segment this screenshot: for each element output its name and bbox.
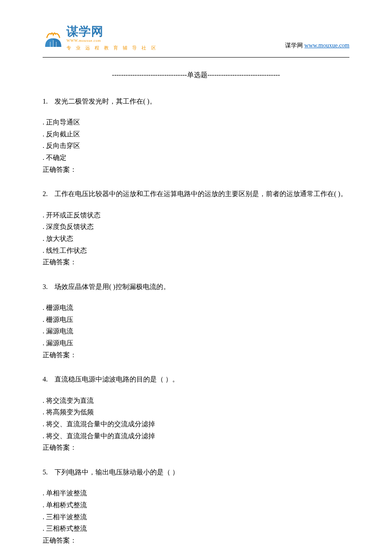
question-option: . 放大状态	[43, 233, 349, 244]
question-option: . 漏源电流	[43, 326, 349, 337]
question-option: . 单相桥式整流	[43, 500, 349, 511]
header-right: 谋学网 www.mouxue.com	[285, 41, 349, 52]
header-link[interactable]: www.mouxue.com	[304, 42, 349, 49]
question-stem: 1. 发光二极管发光时，其工作在( )。	[43, 96, 349, 107]
logo-block: 谋学网 WWW.mouxue.com 专 业 远 程 教 育 辅 导 社 区	[43, 26, 158, 52]
answer-label: 正确答案：	[43, 164, 349, 175]
question-option: . 栅源电压	[43, 314, 349, 325]
question-text: 下列电路中，输出电压脉动最小的是（ ）	[55, 468, 179, 476]
question-text: 发光二极管发光时，其工作在( )。	[55, 98, 156, 105]
question-text: 工作在电压比较器中的运放和工作在运算电路中的运放的主要区别是，前者的运放通常工作…	[55, 190, 347, 197]
question-option: . 单相半波整流	[43, 488, 349, 499]
question-option: . 开环或正反馈状态	[43, 210, 349, 221]
question-option: . 漏源电压	[43, 338, 349, 349]
question-stem: 2. 工作在电压比较器中的运放和工作在运算电路中的运放的主要区别是，前者的运放通…	[43, 188, 349, 199]
question-option: . 三相半波整流	[43, 512, 349, 523]
logo-url-small: WWW.mouxue.com	[66, 38, 158, 43]
question-stem: 4. 直流稳压电源中滤波电路的目的是（ ）。	[43, 374, 349, 385]
question-block: 1. 发光二极管发光时，其工作在( )。 . 正向导通区 . 反向截止区 . 反…	[43, 96, 349, 175]
question-option: . 不确定	[43, 152, 349, 163]
question-number: 3.	[43, 283, 48, 290]
question-block: 5. 下列电路中，输出电压脉动最小的是（ ） . 单相半波整流 . 单相桥式整流…	[43, 467, 349, 546]
question-stem: 5. 下列电路中，输出电压脉动最小的是（ ）	[43, 467, 349, 478]
question-option: . 将高频变为低频	[43, 407, 349, 418]
questions-container: 1. 发光二极管发光时，其工作在( )。 . 正向导通区 . 反向截止区 . 反…	[43, 96, 349, 546]
question-option: . 正向导通区	[43, 117, 349, 128]
question-option: . 反向击穿区	[43, 140, 349, 151]
question-number: 1.	[43, 98, 48, 105]
question-block: 2. 工作在电压比较器中的运放和工作在运算电路中的运放的主要区别是，前者的运放通…	[43, 188, 349, 268]
question-option: . 栅源电流	[43, 302, 349, 313]
question-block: 3. 场效应晶体管是用( )控制漏极电流的。 . 栅源电流 . 栅源电压 . 漏…	[43, 281, 349, 361]
question-number: 4.	[43, 376, 48, 383]
answer-label: 正确答案：	[43, 442, 349, 453]
question-text: 场效应晶体管是用( )控制漏极电流的。	[55, 283, 170, 290]
answer-label: 正确答案：	[43, 257, 349, 268]
question-stem: 3. 场效应晶体管是用( )控制漏极电流的。	[43, 281, 349, 292]
answer-label: 正确答案：	[43, 535, 349, 546]
answer-label: 正确答案：	[43, 350, 349, 361]
question-option: . 线性工作状态	[43, 245, 349, 256]
logo-icon	[43, 30, 64, 48]
header-divider	[43, 57, 349, 58]
question-number: 5.	[43, 468, 48, 476]
question-option: . 深度负反馈状态	[43, 221, 349, 232]
question-option: . 反向截止区	[43, 129, 349, 140]
question-option: . 将交流变为直流	[43, 395, 349, 406]
question-option: . 将交、直流混合量中的交流成分滤掉	[43, 419, 349, 430]
question-number: 2.	[43, 190, 48, 197]
header-right-text: 谋学网	[285, 42, 305, 49]
page-header: 谋学网 WWW.mouxue.com 专 业 远 程 教 育 辅 导 社 区 谋…	[43, 26, 349, 52]
section-header: ---------------------------------单选题----…	[43, 69, 349, 81]
logo-text: 谋学网 WWW.mouxue.com 专 业 远 程 教 育 辅 导 社 区	[66, 26, 158, 52]
question-text: 直流稳压电源中滤波电路的目的是（ ）。	[55, 376, 179, 383]
question-option: . 将交、直流混合量中的直流成分滤掉	[43, 431, 349, 442]
logo-cn-text: 谋学网	[66, 26, 158, 38]
question-option: . 三相桥式整流	[43, 523, 349, 534]
logo-tagline: 专 业 远 程 教 育 辅 导 社 区	[66, 44, 158, 52]
question-block: 4. 直流稳压电源中滤波电路的目的是（ ）。 . 将交流变为直流 . 将高频变为…	[43, 374, 349, 453]
